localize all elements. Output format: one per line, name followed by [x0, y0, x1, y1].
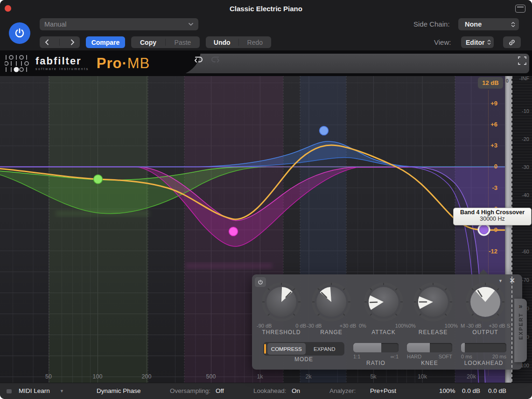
knob-release[interactable]: 0%100% RELEASE [407, 282, 459, 336]
expert-tab[interactable]: » EXPERT [514, 299, 527, 362]
view-label: View: [434, 38, 451, 46]
meter-label: -20 [511, 136, 529, 142]
lookahead-value[interactable]: On [292, 387, 300, 394]
compare-button[interactable]: Compare [86, 36, 125, 48]
midi-learn-button[interactable]: MIDI Learn [19, 387, 50, 394]
host-header: Classic Electric Piano Manual Side Chain… [0, 0, 532, 50]
fabfilter-logo: fabfilter software instruments Pro·MB [0, 50, 201, 76]
knob-range[interactable]: -30 dB+30 dB RANGE [306, 282, 357, 336]
preset-nav-arrows [40, 36, 80, 48]
mode-control: COMPRESSEXPAND MODE [263, 342, 344, 363]
freq-label: 2k [305, 373, 311, 380]
midi-indicator-icon [7, 389, 12, 393]
knob-output[interactable]: M -30 dB+30 dB S OUTPUT [460, 282, 511, 336]
scale-percent[interactable]: 100% [439, 387, 455, 394]
bypass-power-button[interactable] [9, 22, 30, 44]
db-label: 0 [479, 163, 497, 170]
prev-preset-button[interactable] [45, 39, 49, 45]
mode-buttons: COMPRESSEXPAND [263, 342, 344, 356]
meter-label: -10 [511, 108, 529, 114]
fabfilter-bits-icon [5, 55, 30, 72]
link-icon [508, 39, 516, 46]
meter-divider-dashed-line [511, 76, 512, 382]
freq-label: 20k [467, 373, 476, 380]
db-label: +3 [479, 142, 497, 149]
parameter-tooltip: Band 4 High Crossover 30000 Hz [453, 208, 532, 225]
copy-button[interactable]: Copy [131, 39, 165, 46]
freq-label: 10k [418, 373, 427, 380]
slider-knee[interactable]: HARDSOFT KNEE [407, 343, 452, 366]
copy-paste-control: Copy Paste [131, 36, 200, 48]
redo-button[interactable]: Redo [239, 39, 272, 46]
analyzer-label: Analyzer: [329, 387, 356, 394]
freq-label: 200 [142, 373, 152, 380]
power-icon [14, 27, 26, 39]
meter-label: -40 [511, 192, 529, 198]
view-mode-dropdown[interactable]: Editor [461, 36, 494, 48]
freq-label: 100 [93, 373, 103, 380]
knob-attack[interactable]: 0%100% ATTACK [358, 282, 409, 336]
link-button[interactable] [503, 36, 521, 48]
freq-label: 500 [206, 373, 216, 380]
mode-expand[interactable]: EXPAND [306, 343, 344, 355]
band2-gr-trace [186, 263, 272, 269]
product-logo: Pro·MB [97, 55, 150, 72]
brand-subtitle: software instruments [35, 68, 89, 71]
band1-zone [49, 76, 148, 383]
plugin-redo-icon[interactable] [210, 50, 220, 70]
processing-mode-button[interactable]: Dynamic Phase [97, 387, 141, 394]
band-settings-panel: ▼ × -90 dB0 dB THRESHOLD -30 dB+30 dB RA… [252, 274, 522, 370]
chevron-down-icon [188, 22, 194, 26]
tooltip-title: Band 4 High Crossover [454, 209, 531, 216]
lookahead-label: Lookahead: [253, 387, 287, 394]
plugin-title: Classic Electric Piano [0, 5, 532, 13]
slider-ratio[interactable]: 1:1∞:1 RATIO [353, 343, 399, 366]
meter-label: -60 [511, 249, 529, 254]
db-label: -9 [479, 226, 497, 233]
host-preset-value: Manual [44, 21, 67, 28]
side-chain-label: Side Chain: [413, 20, 450, 28]
oversampling-label: Oversampling: [170, 387, 210, 394]
undo-button[interactable]: Undo [206, 39, 238, 46]
slider-lookahead[interactable]: 0 ms20 ms LOOKAHEAD [461, 343, 506, 366]
window-mode-icon[interactable] [515, 5, 525, 13]
brand-name: fabfilter [35, 56, 89, 66]
band3-handle[interactable] [320, 126, 329, 135]
toolbar-panel [178, 54, 529, 73]
knob-threshold[interactable]: -90 dB0 dB THRESHOLD [256, 282, 307, 336]
meter-label: -INF [511, 76, 529, 81]
plugin-undo-icon[interactable] [194, 50, 204, 70]
analyzer-value[interactable]: Pre+Post [370, 387, 396, 394]
input-gain-value[interactable]: 0.0 dB [462, 387, 480, 394]
db-label: +9 [479, 100, 497, 107]
fabfilter-toolbar: fabfilter software instruments Pro·MB A/… [0, 50, 532, 76]
view-mode-value: Editor [466, 39, 484, 46]
output-gain-value[interactable]: 0.0 dB [488, 387, 506, 394]
db-label: -3 [479, 184, 497, 191]
stepper-chevrons-icon [487, 40, 491, 45]
band1-handle[interactable] [94, 175, 103, 184]
meter-label: -30 [511, 164, 529, 170]
stepper-chevrons-icon [511, 22, 515, 27]
side-chain-dropdown[interactable]: None [458, 18, 519, 30]
oversampling-value[interactable]: Off [216, 387, 224, 394]
freq-label: 5k [370, 373, 376, 380]
paste-button[interactable]: Paste [166, 39, 200, 46]
expert-tab-label: EXPERT [518, 313, 524, 340]
side-chain-value: None [465, 21, 482, 28]
meter-zero-label: 0 [506, 78, 509, 84]
freq-label: 50 [45, 373, 52, 380]
mode-label: MODE [263, 356, 344, 363]
mode-accent-bar [264, 344, 266, 354]
next-preset-button[interactable] [70, 39, 75, 45]
fullscreen-icon[interactable] [518, 50, 526, 70]
host-preset-dropdown[interactable]: Manual [40, 18, 198, 30]
expand-chevrons-icon: » [519, 302, 523, 310]
display-range-button[interactable]: 12 dB [478, 77, 503, 89]
mode-compress[interactable]: COMPRESS [267, 343, 306, 355]
plugin-window: Classic Electric Piano Manual Side Chain… [0, 0, 532, 399]
midi-learn-dropdown-icon[interactable]: ▼ [60, 389, 64, 393]
db-label: -12 [479, 248, 497, 255]
tooltip-value: 30000 Hz [454, 216, 531, 222]
band2-handle[interactable] [229, 227, 238, 236]
